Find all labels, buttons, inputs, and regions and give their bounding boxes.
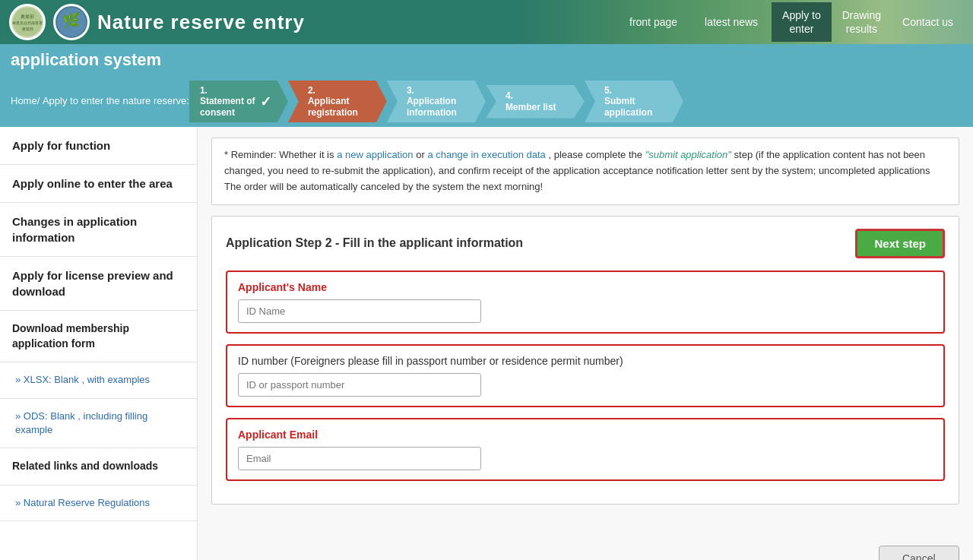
site-title: Nature reserve entry	[97, 11, 305, 34]
applicant-email-input[interactable]	[238, 447, 481, 470]
logo-circle-1: 農業部 林業及自然保育署 農業部	[9, 4, 46, 40]
step-5[interactable]: 5. Submitapplication	[585, 81, 683, 122]
breadcrumb-home: Home/	[11, 94, 40, 108]
step-1-check: ✓	[260, 93, 271, 110]
sidebar-item-related-links[interactable]: Related links and downloads	[0, 448, 197, 486]
nav-apply-to-enter[interactable]: Apply toenter	[772, 2, 832, 42]
nav-front-page[interactable]: front page	[616, 10, 691, 34]
step-1-box[interactable]: 1. Statement ofconsent ✓	[189, 81, 288, 122]
svg-text:🌿: 🌿	[62, 11, 81, 29]
cancel-application-button[interactable]: CancelApplication	[879, 546, 960, 560]
step-3-box[interactable]: 3. Applicationinformation	[387, 81, 486, 122]
applicant-name-field-group: Applicant's Name	[226, 271, 945, 334]
step-2[interactable]: 2. Applicantregistration	[288, 81, 387, 122]
reminder-link1[interactable]: a new application	[337, 149, 413, 160]
reminder-star: *	[224, 149, 228, 160]
system-title-bar: application system	[0, 44, 973, 76]
id-number-label: ID number (Foreigners please fill in pas…	[238, 355, 933, 367]
reminder-link3[interactable]: "submit application"	[645, 149, 731, 160]
reminder-link2[interactable]: a change in execution data	[427, 149, 545, 160]
applicant-name-label: Applicant's Name	[238, 281, 933, 293]
step-3[interactable]: 3. Applicationinformation	[387, 81, 486, 122]
step-5-label: 5. Submitapplication	[604, 85, 652, 118]
reminder-box: * Reminder: Whether it is a new applicat…	[211, 138, 959, 204]
step-4-box[interactable]: 4. Member list	[486, 85, 585, 119]
sidebar-item-apply-online[interactable]: Apply online to enter the area	[0, 165, 197, 203]
reminder-text3: , please complete the	[548, 149, 645, 160]
breadcrumb-current: Apply to enter the nature reserve:	[43, 94, 189, 108]
logo-circle-2: 🌿	[53, 4, 90, 40]
breadcrumb: Home/ Apply to enter the nature reserve:	[11, 76, 189, 127]
logo-area: 農業部 林業及自然保育署 農業部 🌿 Nature reserve entry	[9, 4, 305, 40]
progress-steps: 1. Statement ofconsent ✓ 2. Applicantreg…	[189, 76, 973, 127]
step-5-box[interactable]: 5. Submitapplication	[585, 81, 683, 122]
sidebar: Apply for function Apply online to enter…	[0, 127, 198, 560]
system-title: application system	[11, 50, 161, 69]
content-area: * Reminder: Whether it is a new applicat…	[198, 127, 973, 533]
svg-text:農業部: 農業部	[21, 14, 34, 19]
main-layout: Apply for function Apply online to enter…	[0, 127, 973, 560]
next-step-button[interactable]: Next step	[855, 229, 945, 258]
step-1-label: 1. Statement ofconsent	[200, 85, 255, 118]
sidebar-item-xlsx-blank[interactable]: » XLSX: Blank , with examples	[0, 362, 197, 398]
content-wrapper: * Reminder: Whether it is a new applicat…	[198, 127, 973, 560]
nav-latest-news[interactable]: latest news	[691, 10, 772, 34]
step-4[interactable]: 4. Member list	[486, 85, 585, 119]
applicant-email-field-group: Applicant Email	[226, 418, 945, 481]
step-3-label: 3. Applicationinformation	[407, 85, 457, 118]
header-nav: front page latest news Apply toenter Dra…	[616, 2, 964, 42]
form-section: Application Step 2 - Fill in the applica…	[211, 216, 959, 505]
bottom-bar: CancelApplication	[198, 533, 973, 560]
step-2-label: 2. Applicantregistration	[308, 85, 358, 118]
form-section-header: Application Step 2 - Fill in the applica…	[226, 229, 945, 258]
reminder-text2: or	[416, 149, 427, 160]
reminder-text1: Reminder: Whether it is	[231, 149, 337, 160]
svg-text:農業部: 農業部	[22, 27, 33, 31]
sidebar-item-changes-info[interactable]: Changes in application information	[0, 203, 197, 257]
applicant-name-input[interactable]	[238, 299, 481, 323]
id-number-field-group: ID number (Foreigners please fill in pas…	[226, 344, 945, 407]
svg-text:林業及自然保育署: 林業及自然保育署	[11, 21, 43, 25]
sidebar-item-natural-reserve-reg[interactable]: » Natural Reserve Regulations	[0, 486, 197, 521]
breadcrumb-progress-bar: Home/ Apply to enter the nature reserve:…	[0, 76, 973, 127]
sidebar-item-download-membership[interactable]: Download membership application form	[0, 311, 197, 362]
id-number-input[interactable]	[238, 373, 481, 397]
form-section-title: Application Step 2 - Fill in the applica…	[226, 236, 523, 250]
applicant-email-label: Applicant Email	[238, 429, 933, 441]
sidebar-item-apply-function[interactable]: Apply for function	[0, 127, 197, 165]
step-4-label: 4. Member list	[506, 90, 556, 112]
sidebar-item-ods-blank[interactable]: » ODS: Blank , including filling example	[0, 399, 197, 448]
step-2-box[interactable]: 2. Applicantregistration	[288, 81, 387, 122]
nav-contact-us[interactable]: Contact us	[892, 10, 964, 34]
step-1[interactable]: 1. Statement ofconsent ✓	[189, 81, 288, 122]
nav-drawing-results[interactable]: Drawingresults	[832, 2, 892, 42]
sidebar-item-apply-license[interactable]: Apply for license preview and download	[0, 257, 197, 311]
